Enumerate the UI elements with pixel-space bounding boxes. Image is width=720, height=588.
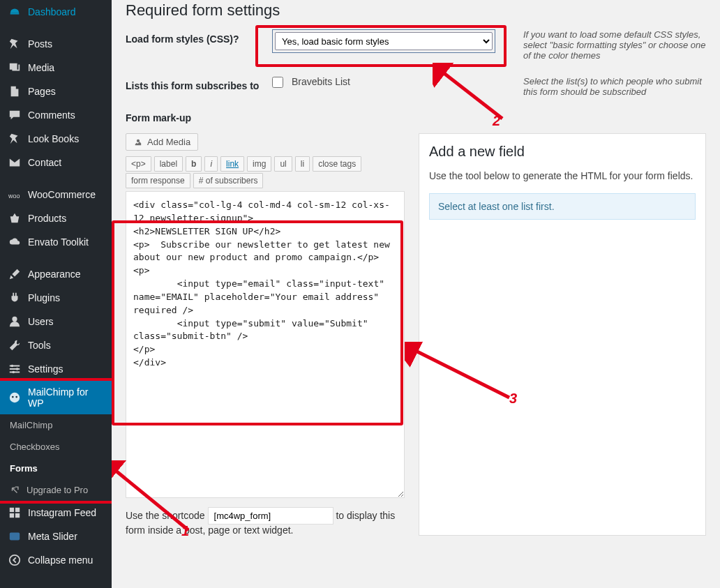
- svg-rect-13: [10, 533, 20, 541]
- svg-rect-11: [10, 513, 14, 518]
- lists-help: Select the list(s) to which people who s…: [509, 76, 706, 97]
- sidebar-item-label: Pages: [28, 86, 56, 97]
- sidebar-item-label: Meta Slider: [28, 531, 77, 542]
- dashboard-icon: [8, 6, 21, 18]
- sidebar-item-label: Contact: [28, 157, 61, 168]
- sidebar-item-label: WooCommerce: [28, 189, 96, 200]
- pin-icon: [8, 133, 21, 145]
- sidebar-item-woocommerce[interactable]: woo WooCommerce: [0, 183, 112, 206]
- sidebar-item-plugins[interactable]: Plugins: [0, 286, 112, 310]
- load-styles-label: Load form styles (CSS)?: [126, 29, 272, 45]
- sidebar-item-label: Settings: [28, 363, 63, 375]
- grid-icon: [8, 506, 21, 519]
- svg-rect-12: [15, 513, 20, 518]
- qt-ul[interactable]: ul: [274, 156, 292, 172]
- sidebar-item-label: Forms: [10, 463, 38, 474]
- sidebar-item-media[interactable]: Media: [0, 56, 112, 80]
- markup-heading: Form mark-up: [126, 112, 706, 123]
- sidebar-item-label: Appearance: [28, 269, 81, 280]
- media-icon: [133, 137, 143, 147]
- sidebar-item-label: Instagram Feed: [28, 507, 96, 518]
- pin-icon: [8, 38, 21, 50]
- sidebar-item-label: Envato Toolkit: [28, 236, 89, 248]
- sidebar-item-label: Look Books: [28, 133, 79, 144]
- sliders-icon: [8, 363, 21, 375]
- sidebar-sub-checkboxes[interactable]: Checkboxes: [0, 436, 112, 458]
- svg-point-2: [12, 317, 17, 322]
- sidebar-item-pages[interactable]: Pages: [0, 80, 112, 103]
- media-icon: [8, 61, 21, 74]
- sidebar-item-mailchimp-wp[interactable]: MailChimp for WP: [0, 381, 112, 414]
- add-media-label: Add Media: [147, 137, 190, 147]
- sidebar-item-label: Tools: [28, 340, 51, 351]
- wrench-icon: [8, 339, 21, 352]
- sidebar-item-label: Checkboxes: [10, 442, 60, 452]
- qt-formresponse[interactable]: form response: [126, 173, 190, 188]
- comment-icon: [8, 109, 21, 121]
- list-checkbox-row[interactable]: Bravebits List: [272, 76, 350, 87]
- sidebar-item-label: Comments: [28, 110, 75, 121]
- sidebar-item-label: Upgrade to Pro: [27, 485, 88, 495]
- sidebar-sub-forms[interactable]: Forms: [0, 458, 112, 479]
- sidebar-item-label: Dashboard: [28, 6, 76, 17]
- qt-li[interactable]: li: [295, 156, 310, 172]
- sidebar-item-contact[interactable]: Contact: [0, 151, 112, 174]
- svg-point-6: [10, 393, 20, 402]
- markup-textarea[interactable]: [126, 191, 405, 498]
- sidebar-item-tools[interactable]: Tools: [0, 333, 112, 357]
- add-field-panel: Add a new field Use the tool below to ge…: [419, 133, 706, 536]
- sidebar-item-label: Media: [28, 62, 54, 73]
- cart-icon: woo: [8, 188, 21, 201]
- sidebar-item-users[interactable]: Users: [0, 310, 112, 333]
- sidebar-item-instagram[interactable]: Instagram Feed: [0, 501, 112, 525]
- sidebar-sub-upgrade[interactable]: Upgrade to Pro: [0, 479, 112, 501]
- svg-rect-10: [15, 508, 20, 512]
- slider-icon: [8, 530, 21, 543]
- sidebar-item-lookbooks[interactable]: Look Books: [0, 127, 112, 151]
- qt-link[interactable]: link: [220, 156, 244, 172]
- annotation-highlight-sidebar: MailChimp for WP MailChimp Checkboxes Fo…: [0, 378, 112, 504]
- sidebar-item-dashboard[interactable]: Dashboard: [0, 0, 112, 24]
- sidebar-item-settings[interactable]: Settings: [0, 357, 112, 381]
- page-content: Required form settings Load form styles …: [112, 0, 720, 588]
- sidebar-collapse[interactable]: Collapse menu: [0, 548, 112, 572]
- load-styles-help: If you want to load some default CSS sty…: [509, 29, 706, 61]
- svg-point-7: [12, 396, 14, 398]
- brush-icon: [8, 268, 21, 280]
- svg-point-14: [10, 555, 20, 565]
- add-media-button[interactable]: Add Media: [126, 133, 198, 151]
- sidebar-item-label: Posts: [28, 38, 52, 50]
- monkey-icon: [8, 391, 21, 404]
- sidebar-sub-mailchimp[interactable]: MailChimp: [0, 414, 112, 436]
- svg-point-3: [11, 365, 14, 368]
- svg-point-4: [16, 368, 19, 370]
- wp-admin-sidebar: Dashboard Posts Media Pages Comments Loo…: [0, 0, 112, 588]
- sidebar-item-label: Collapse menu: [28, 555, 93, 566]
- collapse-icon: [8, 554, 21, 566]
- sidebar-item-products[interactable]: Products: [0, 206, 112, 230]
- sidebar-item-metaslider[interactable]: Meta Slider: [0, 525, 112, 548]
- qt-bold[interactable]: b: [186, 156, 202, 172]
- svg-rect-0: [10, 13, 20, 15]
- add-field-info: Select at least one list first.: [429, 193, 696, 220]
- sidebar-item-label: MailChimp for WP: [28, 386, 103, 409]
- qt-italic[interactable]: i: [204, 156, 218, 172]
- qt-label[interactable]: label: [154, 156, 183, 172]
- sidebar-item-comments[interactable]: Comments: [0, 103, 112, 127]
- shortcode-field[interactable]: [208, 507, 333, 525]
- qt-close[interactable]: close tags: [313, 156, 361, 172]
- qt-p[interactable]: <p>: [126, 156, 151, 172]
- sidebar-item-appearance[interactable]: Appearance: [0, 262, 112, 286]
- list-checkbox[interactable]: [272, 77, 283, 88]
- sidebar-item-posts[interactable]: Posts: [0, 32, 112, 56]
- svg-text:woo: woo: [8, 193, 20, 199]
- user-icon: [8, 315, 21, 328]
- load-styles-select[interactable]: Yes, load basic form styles: [275, 32, 493, 50]
- sidebar-item-label: Plugins: [28, 292, 60, 303]
- qt-subscribers[interactable]: # of subscribers: [193, 173, 264, 188]
- external-link-icon: [10, 485, 20, 495]
- qt-img[interactable]: img: [247, 156, 271, 172]
- add-field-title: Add a new field: [429, 144, 696, 160]
- svg-point-5: [12, 371, 15, 374]
- sidebar-item-envato[interactable]: Envato Toolkit: [0, 230, 112, 254]
